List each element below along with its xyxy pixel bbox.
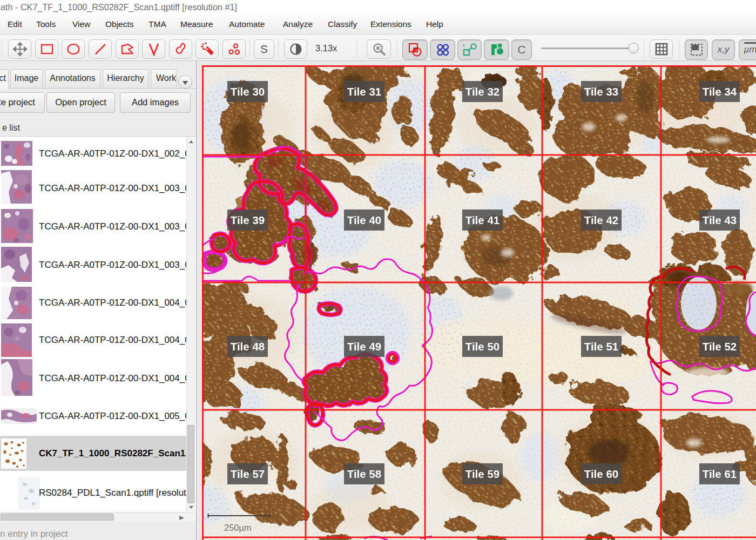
svg-text:Tile 31: Tile 31 xyxy=(347,85,381,98)
svg-text:Tile 57: Tile 57 xyxy=(231,468,265,480)
svg-text:Tile 42: Tile 42 xyxy=(584,214,618,226)
svg-text:Tile 48: Tile 48 xyxy=(231,340,265,353)
svg-text:Tile 61: Tile 61 xyxy=(703,468,737,480)
svg-text:Tile 60: Tile 60 xyxy=(584,468,618,480)
svg-text:Tile 39: Tile 39 xyxy=(231,214,265,226)
svg-text:Tile 40: Tile 40 xyxy=(347,214,381,226)
svg-text:Tile 49: Tile 49 xyxy=(347,340,381,353)
svg-text:Tile 50: Tile 50 xyxy=(465,340,500,353)
svg-text:Tile 30: Tile 30 xyxy=(231,85,265,98)
svg-text:Tile 52: Tile 52 xyxy=(703,340,737,353)
svg-text:250µm: 250µm xyxy=(224,523,252,532)
svg-text:Tile 58: Tile 58 xyxy=(347,468,381,480)
svg-text:Tile 33: Tile 33 xyxy=(584,85,618,98)
svg-text:Tile 32: Tile 32 xyxy=(465,85,500,98)
svg-text:Tile 51: Tile 51 xyxy=(584,340,618,353)
svg-text:Tile 59: Tile 59 xyxy=(465,468,500,480)
svg-text:Tile 43: Tile 43 xyxy=(703,214,737,226)
svg-text:Tile 34: Tile 34 xyxy=(703,85,737,98)
svg-text:Tile 41: Tile 41 xyxy=(465,214,500,226)
